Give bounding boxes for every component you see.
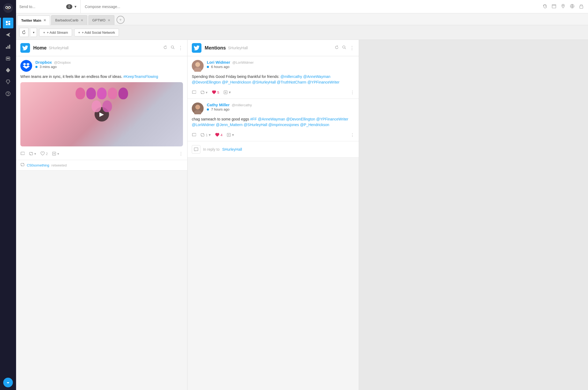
cathy-mention-2[interactable]: @DevonEllington (286, 117, 315, 121)
cathy-mention-8[interactable]: @P_Hendrickson (300, 123, 329, 127)
svg-rect-15 (6, 57, 10, 60)
svg-point-19 (8, 95, 8, 95)
sidebar-item-campaigns[interactable] (3, 53, 13, 64)
reply-bar-name[interactable]: SHurleyHall (222, 147, 242, 152)
mentions-stream-body: Lori Widmer @LoriWidmer 6 hours ago Spen… (188, 56, 359, 390)
retweet-bar-text: retweeted (51, 163, 67, 167)
user-avatar-button[interactable] (3, 378, 13, 387)
cathy-more-action[interactable]: ⋮ (350, 132, 354, 137)
lori-tweet-header: Lori Widmer @LoriWidmer 6 hours ago (192, 60, 354, 72)
tab-close-gptwo[interactable]: ✕ (108, 18, 110, 22)
refresh-button[interactable] (19, 28, 28, 37)
location-icon[interactable] (561, 4, 565, 10)
lori-more-action[interactable]: ⋮ (350, 90, 354, 95)
home-stream-refresh-icon[interactable] (163, 45, 167, 51)
home-stream-more-icon[interactable]: ⋮ (178, 45, 183, 51)
svg-rect-11 (6, 24, 8, 25)
dropbox-retweet-action[interactable]: ▾ (29, 152, 36, 156)
app-logo[interactable] (3, 3, 13, 13)
main-area: 0 ▼ (16, 0, 588, 390)
send-to-chevron-icon[interactable]: ▼ (74, 5, 77, 9)
lori-mention-1[interactable]: @millercathy (280, 74, 302, 79)
mentions-stream-more-icon[interactable]: ⋮ (350, 45, 354, 51)
mentions-stream-refresh-icon[interactable] (335, 45, 339, 51)
cathy-mention-6[interactable]: @SHurleyHall (244, 123, 267, 127)
cathy-author[interactable]: Cathy Miller (207, 103, 230, 107)
sidebar-item-send[interactable] (3, 29, 13, 40)
tweet-lori: Lori Widmer @LoriWidmer 6 hours ago Spen… (188, 56, 359, 99)
cathy-mention-3[interactable]: @YPFinanceWriter (316, 117, 349, 121)
cathy-retweet-action[interactable]: 1 ▾ (200, 132, 211, 137)
lori-mention-6[interactable]: @TruthNotCharm (277, 80, 306, 84)
add-stream-label: + Add Stream (47, 31, 68, 35)
cathy-mention-5[interactable]: @Jenn_Mattern (216, 123, 243, 127)
refresh-chevron-button[interactable]: ▾ (31, 28, 37, 37)
send-to-input[interactable] (19, 5, 66, 9)
retweet-by-name[interactable]: C50something (27, 163, 49, 167)
cathy-mention-4[interactable]: @LoriWidmer (192, 123, 215, 127)
tab-close-twitter-main[interactable]: ✕ (43, 18, 46, 22)
mentions-stream-search-icon[interactable] (342, 45, 346, 51)
sidebar-item-tools[interactable] (3, 77, 13, 87)
tab-close-barbados[interactable]: ✕ (81, 18, 83, 22)
add-stream-button[interactable]: + + Add Stream (39, 29, 72, 36)
tab-barbados-carib[interactable]: BarbadosCarib ✕ (51, 15, 87, 25)
lori-like-action[interactable]: 5 (212, 90, 219, 94)
home-stream-search-icon[interactable] (171, 45, 175, 51)
dropbox-hashtag[interactable]: #KeepTeamsFlowing (123, 74, 158, 79)
attachment-icon[interactable] (542, 4, 547, 10)
add-tab-button[interactable]: + (117, 16, 125, 24)
dropbox-reply-action[interactable] (20, 152, 25, 156)
lori-add-action[interactable]: ▾ (223, 90, 231, 95)
svg-point-21 (563, 5, 564, 6)
dropbox-like-action[interactable]: 2 (40, 152, 48, 156)
lock-icon[interactable] (579, 4, 584, 10)
lori-retweet-action[interactable]: ▾ (200, 90, 208, 94)
dropbox-meta: Dropbox @Dropbox 3 mins ago (35, 60, 183, 69)
lori-mention-4[interactable]: @P_Hendrickson (222, 80, 251, 84)
cathy-mention-7[interactable]: @imprincessjones (268, 123, 299, 127)
svg-rect-17 (8, 58, 9, 59)
compose-input[interactable] (85, 5, 538, 9)
lori-reply-action[interactable] (192, 90, 196, 94)
svg-rect-13 (8, 46, 9, 49)
lori-time: 6 hours ago (211, 65, 230, 69)
dropbox-author[interactable]: Dropbox (35, 60, 52, 65)
lori-mention-5[interactable]: @SHurleyHall (252, 80, 276, 84)
dropbox-more-action[interactable]: ⋮ (179, 151, 183, 156)
balloon-2 (86, 88, 96, 99)
calendar-icon[interactable] (552, 4, 556, 10)
cathy-hashtag[interactable]: #FF (250, 117, 257, 121)
lori-author-line: Lori Widmer @LoriWidmer (207, 60, 354, 65)
cathy-mention-1[interactable]: @AnneWayman (258, 117, 285, 121)
sidebar-item-analytics[interactable] (3, 41, 13, 52)
lori-mention-2[interactable]: @AnneWayman (303, 74, 331, 79)
dropbox-add-chevron: ▾ (57, 152, 59, 156)
svg-rect-14 (9, 45, 10, 49)
add-social-network-button[interactable]: + + Add Social Network (74, 29, 119, 36)
cathy-like-action[interactable]: 4 (215, 133, 222, 137)
cathy-reply-action[interactable] (192, 133, 196, 137)
lori-time-line: 6 hours ago (207, 65, 354, 69)
retweet-bar: C50something retweeted (16, 160, 187, 171)
tab-twitter-main[interactable]: Twitter Main ✕ (17, 16, 50, 25)
compose-container (81, 0, 542, 13)
lori-mention-3[interactable]: @DevonEllington (192, 80, 221, 84)
cathy-add-action[interactable]: ▾ (227, 132, 234, 137)
tab-gptwo[interactable]: GPTWO ✕ (88, 15, 114, 25)
cathy-tweet-header: Cathy Miller @millercathy 7 hours ago (192, 103, 354, 114)
cathy-add-chevron: ▾ (232, 132, 234, 137)
globe-icon[interactable] (570, 4, 575, 10)
sidebar-item-apps[interactable] (3, 65, 13, 75)
lori-author[interactable]: Lori Widmer (207, 60, 230, 65)
sidebar-item-help[interactable] (3, 88, 13, 99)
mentions-stream-twitter-icon (192, 43, 201, 53)
cathy-time: 7 hours ago (211, 107, 230, 111)
lori-mention-7[interactable]: @YPFinanceWriter (307, 80, 339, 84)
top-bar-icons (542, 4, 588, 10)
top-bar: 0 ▼ (16, 0, 588, 13)
sidebar-item-streams[interactable] (3, 18, 13, 28)
dropbox-add-action[interactable]: ▾ (52, 152, 59, 156)
sidebar-bottom (3, 378, 13, 387)
svg-point-31 (343, 46, 345, 48)
